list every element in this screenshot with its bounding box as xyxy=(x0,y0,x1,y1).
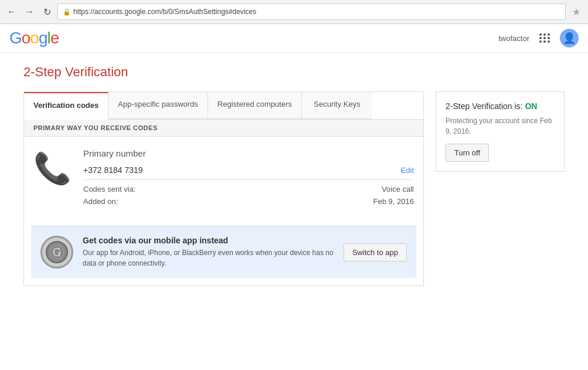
tab-content: PRIMARY WAY YOU RECEIVE CODES 📞 Primary … xyxy=(23,119,424,286)
forward-button[interactable]: → xyxy=(22,5,36,19)
content-main: Verification codes App-specific password… xyxy=(23,91,424,286)
google-logo: Google xyxy=(9,29,59,47)
sidebar-title: 2-Step Verification is: ON xyxy=(446,101,555,111)
added-on-value: Feb 9, 2016 xyxy=(373,197,414,206)
phone-number-row: +372 8184 7319 Edit xyxy=(83,165,414,180)
tab-verification-codes[interactable]: Verification codes xyxy=(24,92,108,120)
tabs-container: Verification codes App-specific password… xyxy=(23,91,424,119)
section-header-text: PRIMARY WAY YOU RECEIVE CODES xyxy=(33,124,158,131)
authenticator-icon: G xyxy=(45,240,69,264)
sidebar-status: ON xyxy=(525,101,537,111)
app-text: Get codes via our mobile app instead Our… xyxy=(83,236,334,269)
codes-sent-value: Voice call xyxy=(382,185,414,194)
tab-security-keys[interactable]: Security Keys xyxy=(302,92,372,119)
added-on-label: Added on: xyxy=(83,197,118,206)
codes-sent-row: Codes sent via: Voice call xyxy=(83,185,414,194)
main-content: 2-Step Verification Verification codes A… xyxy=(0,53,588,297)
browser-toolbar: ← → ↻ 🔒 https://accounts.google.com/b/0/… xyxy=(0,0,588,23)
content-sidebar: 2-Step Verification is: ON Protecting yo… xyxy=(436,91,565,286)
section-header: PRIMARY WAY YOU RECEIVE CODES xyxy=(24,120,423,137)
apps-grid-icon xyxy=(539,33,550,43)
google-header: Google twofactor 👤 xyxy=(0,24,588,53)
added-on-row: Added on: Feb 9, 2016 xyxy=(83,197,414,206)
account-icon: 👤 xyxy=(563,32,576,45)
refresh-button[interactable]: ↻ xyxy=(40,5,54,19)
app-title: Get codes via our mobile app instead xyxy=(83,236,334,245)
tab-registered-computers[interactable]: Registered computers xyxy=(208,92,302,119)
apps-button[interactable] xyxy=(536,30,553,46)
sidebar-card: 2-Step Verification is: ON Protecting yo… xyxy=(436,91,565,172)
codes-sent-label: Codes sent via: xyxy=(83,185,136,194)
switch-to-app-button[interactable]: Switch to app xyxy=(344,243,407,262)
content-layout: Verification codes App-specific password… xyxy=(23,91,565,286)
phone-icon: 📞 xyxy=(33,151,72,185)
mobile-app-section: G Get codes via our mobile app instead O… xyxy=(31,226,416,278)
edit-link[interactable]: Edit xyxy=(401,166,414,175)
phone-number: +372 8184 7319 xyxy=(83,165,143,175)
bookmark-button[interactable]: ★ xyxy=(569,5,583,19)
username-label: twofactor xyxy=(498,34,529,43)
url-text: https://accounts.google.com/b/0/SmsAuthS… xyxy=(73,8,256,16)
lock-icon: 🔒 xyxy=(63,8,71,16)
page-title: 2-Step Verification xyxy=(23,65,565,80)
turn-off-button[interactable]: Turn off xyxy=(446,144,489,162)
app-icon-circle: G xyxy=(40,236,73,269)
sidebar-description: Protecting your account since Feb 9, 201… xyxy=(446,116,555,137)
phone-icon-wrap: 📞 xyxy=(33,148,72,186)
phone-details: Primary number +372 8184 7319 Edit Codes… xyxy=(83,148,414,209)
phone-section: 📞 Primary number +372 8184 7319 Edit Cod… xyxy=(24,137,423,221)
tab-app-specific-passwords[interactable]: App-specific passwords xyxy=(108,92,208,119)
phone-label: Primary number xyxy=(83,148,414,158)
svg-text:G: G xyxy=(53,246,61,259)
back-button[interactable]: ← xyxy=(5,5,19,19)
app-description: Our app for Android, iPhone, or BlackBer… xyxy=(83,247,334,269)
account-button[interactable]: 👤 xyxy=(560,29,579,47)
browser-chrome: ← → ↻ 🔒 https://accounts.google.com/b/0/… xyxy=(0,0,588,24)
address-bar[interactable]: 🔒 https://accounts.google.com/b/0/SmsAut… xyxy=(57,4,566,20)
header-right: twofactor 👤 xyxy=(498,29,579,47)
app-icon-wrap: G xyxy=(40,236,73,269)
